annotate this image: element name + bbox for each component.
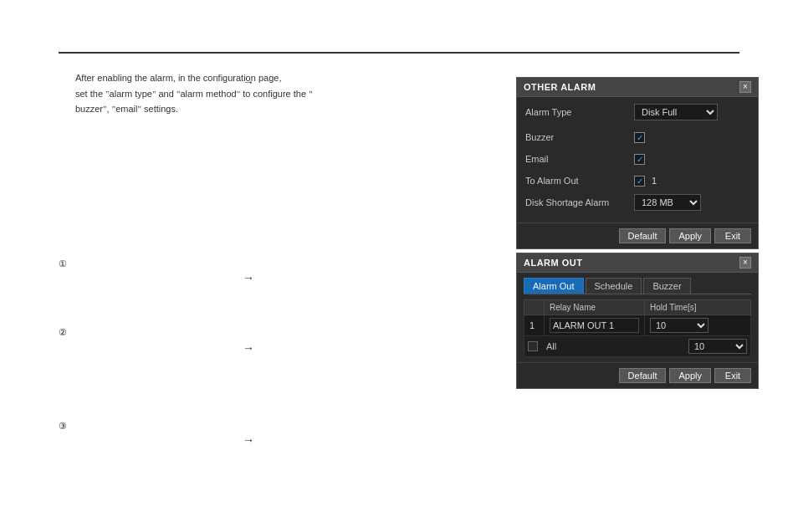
step3-num: ③ bbox=[59, 420, 67, 432]
tab-buzzer[interactable]: Buzzer bbox=[643, 278, 690, 294]
step1-num: ① bbox=[59, 258, 67, 269]
other-alarm-title: OTHER ALARM bbox=[524, 82, 596, 92]
alarm-out-titlebar: ALARM OUT × bbox=[517, 253, 758, 273]
alarm-out-title: ALARM OUT bbox=[524, 258, 583, 268]
intro-line1: After enabling the alarm, in the configu… bbox=[75, 70, 313, 86]
all-row: All 10 20 30 bbox=[524, 336, 751, 357]
step2-num: ② bbox=[59, 326, 67, 338]
email-control: ✓ bbox=[634, 154, 645, 165]
col-header-num bbox=[524, 300, 545, 315]
other-alarm-dialog: OTHER ALARM × Alarm Type Disk Full Disk … bbox=[516, 77, 759, 249]
alarm-out-footer: Default Apply Exit bbox=[517, 362, 758, 388]
other-alarm-close-button[interactable]: × bbox=[739, 81, 751, 93]
step1-arrow: → bbox=[243, 271, 254, 284]
to-alarm-out-value: 1 bbox=[652, 176, 657, 186]
disk-shortage-row: Disk Shortage Alarm 64 MB 128 MB 256 MB bbox=[525, 194, 749, 211]
step3-arrow: → bbox=[243, 433, 254, 447]
all-checkbox[interactable] bbox=[528, 341, 538, 351]
buzzer-label: Buzzer bbox=[525, 132, 634, 142]
alarm-out-default-button[interactable]: Default bbox=[619, 368, 667, 383]
other-alarm-default-button[interactable]: Default bbox=[619, 228, 667, 243]
row-num: 1 bbox=[524, 315, 545, 336]
col-header-relay-name: Relay Name bbox=[545, 300, 645, 315]
step2-arrow: → bbox=[243, 341, 254, 355]
to-alarm-out-checkbox[interactable]: ✓ bbox=[634, 176, 645, 187]
alarm-out-dialog: ALARM OUT × Alarm Out Schedule Buzzer Re… bbox=[516, 253, 759, 389]
alarm-out-body: Alarm Out Schedule Buzzer Relay Name Hol… bbox=[517, 273, 758, 362]
relay-name-input[interactable] bbox=[550, 318, 639, 333]
all-hold-time-select[interactable]: 10 20 30 bbox=[688, 339, 747, 354]
alarm-type-label: Alarm Type bbox=[525, 107, 634, 117]
hold-time-select[interactable]: 10 20 30 bbox=[650, 318, 708, 333]
email-label: Email bbox=[525, 154, 634, 164]
to-alarm-out-label: To Alarm Out bbox=[525, 176, 634, 186]
alarm-out-table: Relay Name Hold Time[s] 1 10 20 30 bbox=[524, 299, 751, 336]
email-row: Email ✓ bbox=[525, 151, 749, 167]
other-alarm-body: Alarm Type Disk Full Disk Error Video Lo… bbox=[517, 97, 758, 223]
other-alarm-titlebar: OTHER ALARM × bbox=[517, 78, 758, 97]
to-alarm-out-control: ✓ 1 bbox=[634, 176, 657, 187]
row-relay-name bbox=[545, 315, 645, 336]
other-alarm-exit-button[interactable]: Exit bbox=[714, 228, 751, 243]
alarm-out-apply-button[interactable]: Apply bbox=[669, 368, 711, 383]
alarm-type-control: Disk Full Disk Error Video Loss bbox=[634, 104, 718, 120]
top-divider bbox=[59, 52, 739, 54]
other-alarm-footer: Default Apply Exit bbox=[517, 223, 758, 248]
disk-shortage-label: Disk Shortage Alarm bbox=[525, 197, 634, 207]
row-hold-time: 10 20 30 bbox=[645, 315, 751, 336]
buzzer-control: ✓ bbox=[634, 132, 645, 143]
alarm-type-select[interactable]: Disk Full Disk Error Video Loss bbox=[634, 104, 718, 120]
all-label: All bbox=[543, 341, 578, 351]
intro-line2: set the "alarm type" and "alarm method" … bbox=[75, 86, 313, 102]
to-alarm-out-row: To Alarm Out ✓ 1 bbox=[525, 172, 749, 189]
buzzer-row: Buzzer ✓ bbox=[525, 129, 749, 146]
tab-alarm-out[interactable]: Alarm Out bbox=[524, 278, 584, 294]
other-alarm-apply-button[interactable]: Apply bbox=[669, 228, 711, 243]
alarm-out-exit-button[interactable]: Exit bbox=[714, 368, 751, 383]
intro-text: After enabling the alarm, in the configu… bbox=[75, 70, 313, 117]
disk-shortage-select[interactable]: 64 MB 128 MB 256 MB bbox=[634, 194, 701, 211]
col-header-hold-time: Hold Time[s] bbox=[645, 300, 751, 315]
buzzer-checkbox[interactable]: ✓ bbox=[634, 132, 645, 143]
disk-shortage-control: 64 MB 128 MB 256 MB bbox=[634, 194, 701, 211]
alarm-out-tabs: Alarm Out Schedule Buzzer bbox=[524, 278, 751, 294]
intro-line3: buzzer", "email" settings. bbox=[75, 101, 313, 117]
alarm-type-row: Alarm Type Disk Full Disk Error Video Lo… bbox=[525, 104, 749, 120]
email-checkbox[interactable]: ✓ bbox=[634, 154, 645, 165]
alarm-out-close-button[interactable]: × bbox=[739, 257, 751, 269]
tab-schedule[interactable]: Schedule bbox=[586, 278, 642, 294]
table-row: 1 10 20 30 bbox=[524, 315, 751, 336]
